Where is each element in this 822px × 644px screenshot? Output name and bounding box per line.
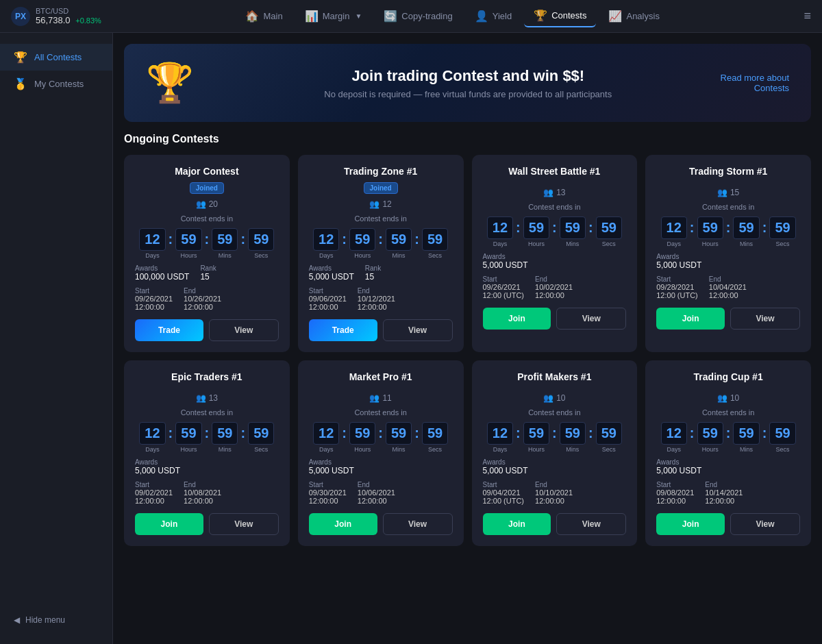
nav-main[interactable]: 🏠 Main (236, 5, 292, 27)
nav-yield-label: Yield (493, 11, 512, 21)
days-val-et: 12 (139, 422, 165, 445)
top-navigation: PX BTC/USD 56,738.0 +0.83% 🏠 Main 📊 Marg… (0, 0, 822, 33)
view-button-major[interactable]: View (209, 319, 279, 341)
secs-val-et: 59 (248, 422, 274, 445)
hours-unit-major: 59 Hours (175, 228, 201, 259)
hours-val-ws: 59 (523, 216, 549, 239)
view-button-ws[interactable]: View (556, 308, 626, 330)
dates-mp: Start09/30/202112:00:00 End10/06/202112:… (309, 481, 453, 505)
copy-trading-icon: 🔄 (384, 10, 397, 23)
sep2-major: : (205, 232, 210, 247)
info-row-pm: Awards5,000 USDT (483, 458, 627, 475)
participants-trading-cup: 👥 10 (656, 393, 800, 403)
dates-ts: Start09/28/202112:00 (UTC) End10/04/2021… (656, 275, 800, 299)
participants-major: 👥 20 (135, 199, 279, 209)
trade-button-major[interactable]: Trade (135, 319, 203, 341)
contest-title-major: Major Contest (135, 166, 279, 177)
sep1-major: : (169, 232, 173, 247)
participants-market-pro: 👥 11 (309, 393, 453, 403)
analysis-icon: 📈 (608, 10, 622, 23)
nav-analysis[interactable]: 📈 Analysis (599, 5, 669, 27)
buttons-pm: Join View (483, 513, 627, 535)
contest-title-trading-cup: Trading Cup #1 (656, 371, 800, 382)
contests-icon: 🏆 (534, 9, 547, 22)
participants-count-major: 20 (209, 199, 218, 209)
days-val-mp: 12 (313, 422, 339, 445)
nav-margin[interactable]: 📊 Margin ▼ (295, 5, 372, 27)
join-button-pm[interactable]: Join (483, 513, 551, 535)
hours-val-major: 59 (175, 228, 201, 251)
logo-area: PX BTC/USD 56,738.0 +0.83% (11, 7, 101, 26)
dates-major: Start 09/26/2021 12:00:00 End 10/26/2021… (135, 287, 279, 311)
countdown-trading-zone: 12Days : 59Hours : 59Mins : 59Secs (309, 228, 453, 259)
main-content: 🏆 Join trading Contest and win $$! No de… (113, 33, 822, 644)
hours-label-major: Hours (180, 252, 197, 259)
joined-badge-major: Joined (190, 182, 224, 194)
awards-block-major: Awards 100,000 USDT (135, 264, 189, 282)
hamburger-menu-button[interactable]: ≡ (804, 9, 811, 23)
contest-card-trading-storm: Trading Storm #1 👥 15 Contest ends in 12… (645, 155, 811, 352)
join-button-et[interactable]: Join (135, 513, 203, 535)
dates-ws: Start09/26/202112:00 (UTC) End10/02/2021… (483, 275, 627, 299)
nav-yield[interactable]: 👤 Yield (465, 5, 521, 27)
mins-val-tz: 59 (386, 228, 412, 251)
banner-title: Join trading Contest and win $$! (216, 67, 721, 85)
hours-val-ts: 59 (697, 216, 723, 239)
buttons-ts: Join View (656, 308, 800, 330)
view-button-et[interactable]: View (209, 513, 279, 535)
view-button-tc[interactable]: View (730, 513, 800, 535)
nav-contests[interactable]: 🏆 Contests (524, 5, 596, 27)
view-button-tz[interactable]: View (383, 319, 453, 341)
countdown-major: 12 Days : 59 Hours : 59 Mins : 5 (135, 228, 279, 259)
join-button-ws[interactable]: Join (483, 308, 551, 330)
chevron-left-icon: ◀ (14, 615, 20, 625)
participants-count-trading-zone: 12 (382, 199, 391, 209)
ends-label-tc: Contest ends in (656, 408, 800, 417)
secs-val-pm: 59 (596, 422, 622, 445)
banner-link-area[interactable]: Read more about Contests (721, 73, 789, 93)
secs-val-tz: 59 (422, 228, 448, 251)
price-value: 56,738.0 (36, 15, 71, 25)
buttons-tc: Join View (656, 513, 800, 535)
contest-card-epic-traders: Epic Traders #1 👥 13 Contest ends in 12D… (124, 360, 290, 546)
secs-label-major: Secs (254, 252, 268, 259)
buttons-et: Join View (135, 513, 279, 535)
buttons-ws: Join View (483, 308, 627, 330)
dates-tz: Start09/06/202112:00:00 End10/12/202112:… (309, 287, 453, 311)
joined-badge-trading-zone: Joined (364, 182, 398, 194)
main-layout: 🏆 All Contests 🥇 My Contests ◀ Hide menu… (0, 33, 822, 644)
buttons-tz: Trade View (309, 319, 453, 341)
hours-val-tz: 59 (349, 228, 375, 251)
contest-card-trading-zone: Trading Zone #1 Joined 👥 12 Contest ends… (298, 155, 464, 352)
view-button-pm[interactable]: View (556, 513, 626, 535)
view-button-ts[interactable]: View (730, 308, 800, 330)
nav-margin-label: Margin (323, 11, 350, 21)
countdown-mp: 12Days : 59Hours : 59Mins : 59Secs (309, 422, 453, 453)
join-button-mp[interactable]: Join (309, 513, 377, 535)
sidebar-item-all-contests[interactable]: 🏆 All Contests (0, 44, 112, 71)
participants-epic-traders: 👥 13 (135, 393, 279, 403)
info-row-mp: Awards5,000 USDT (309, 458, 453, 475)
hide-menu-button[interactable]: ◀ Hide menu (0, 607, 112, 633)
trade-button-tz[interactable]: Trade (309, 319, 377, 341)
contest-card-profit-makers: Profit Makers #1 👥 10 Contest ends in 12… (472, 360, 638, 546)
countdown-pm: 12Days : 59Hours : 59Mins : 59Secs (483, 422, 627, 453)
secs-unit-major: 59 Secs (248, 228, 274, 259)
logo-icon: PX (11, 7, 30, 26)
price-display: 56,738.0 +0.83% (36, 15, 101, 25)
mins-val-et: 59 (212, 422, 238, 445)
dates-et: Start09/02/202112:00:00 End10/08/202112:… (135, 481, 279, 505)
view-button-mp[interactable]: View (383, 513, 453, 535)
sep3-major: : (240, 232, 245, 247)
sidebar: 🏆 All Contests 🥇 My Contests ◀ Hide menu (0, 33, 113, 644)
join-button-ts[interactable]: Join (656, 308, 725, 330)
participants-icon-et: 👥 (196, 393, 206, 403)
read-more-link[interactable]: Read more about Contests (721, 73, 789, 93)
contest-title-wall-street: Wall Street Battle #1 (483, 166, 627, 177)
buttons-mp: Join View (309, 513, 453, 535)
sidebar-item-my-contests[interactable]: 🥇 My Contests (0, 71, 112, 97)
nav-copy-trading[interactable]: 🔄 Copy-trading (374, 5, 462, 27)
contest-card-market-pro: Market Pro #1 👥 11 Contest ends in 12Day… (298, 360, 464, 546)
start-label-major: Start (135, 287, 173, 295)
join-button-tc[interactable]: Join (656, 513, 725, 535)
